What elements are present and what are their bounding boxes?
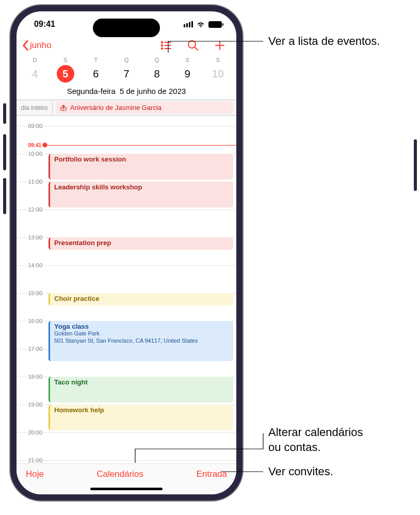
dynamic-island [93,19,160,37]
callout-calendars: Alterar calendáriosou contas. [268,425,363,455]
callout-inbox: Ver convites. [268,464,333,479]
callout-list: Ver a lista de eventos. [268,34,380,49]
